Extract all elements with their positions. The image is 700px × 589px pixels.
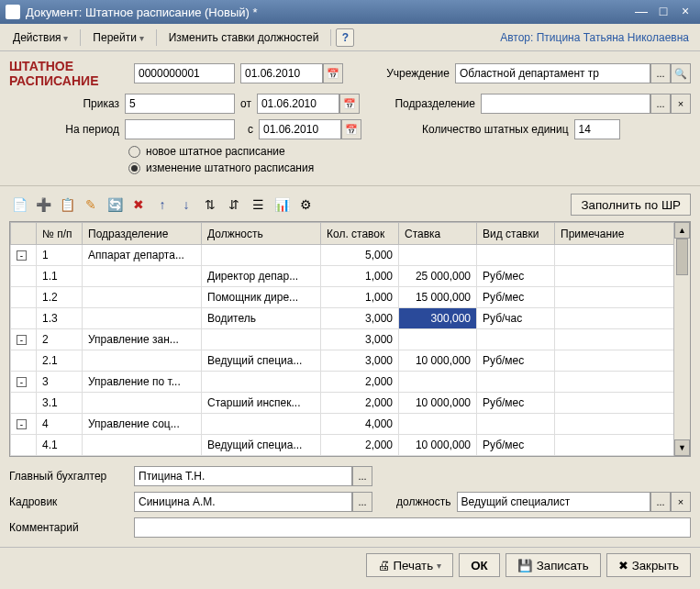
tool-copy-icon[interactable]: 📋 [57,194,77,215]
print-button[interactable]: 🖨 Печать [366,553,454,577]
period-date-calendar-button[interactable]: 📅 [341,119,361,139]
position-input[interactable] [457,492,651,512]
org-label: Учреждение [367,67,450,80]
scroll-thumb[interactable] [676,239,688,275]
tool-add-group-icon[interactable]: ➕ [33,194,53,215]
dept-select-button[interactable]: ... [650,94,671,114]
position-select-button[interactable]: ... [650,492,671,512]
tool-refresh-icon[interactable]: 🔄 [105,194,125,215]
order-number-input[interactable] [125,94,235,114]
app-icon [6,5,20,19]
col-num[interactable]: № п/п [37,223,83,245]
tool-sort-asc-icon[interactable]: ⇅ [200,194,220,215]
table-row[interactable]: -3Управление по т...2,000 [11,372,690,393]
units-label: Количество штатных единиц [422,123,569,136]
table-row[interactable]: 4.1Ведущий специа...2,00010 000,000Руб/м… [11,435,690,456]
printer-icon: 🖨 [378,559,390,572]
hr-select-button[interactable]: ... [352,492,372,512]
app-window: Документ: Штатное расписание (Новый) * —… [0,0,700,589]
table-row[interactable]: -4Управление соц...4,000 [11,414,690,435]
org-search-button[interactable]: 🔍 [671,63,691,83]
table-row[interactable]: 2.1Ведущий специа...3,00010 000,000Руб/м… [11,350,690,372]
close-window-button[interactable]: × [676,4,694,20]
chief-acc-input[interactable] [134,466,352,486]
col-position[interactable]: Должность [202,223,321,245]
menu-actions[interactable]: Действия [6,28,75,47]
col-note[interactable]: Примечание [555,223,690,245]
footer-form: Главный бухгалтер ... Кадровик ... должн… [0,462,700,547]
help-button[interactable]: ? [336,28,354,47]
col-rate[interactable]: Ставка [399,223,477,245]
radio-change[interactable]: изменение штатного расписания [128,161,691,174]
tree-toggle-icon[interactable]: - [17,250,27,261]
position-label: должность [396,495,451,508]
table-row[interactable]: 1.3Водитель3,000300,000Руб/час [11,308,690,329]
scroll-up-button[interactable]: ▲ [674,222,690,239]
table-header-row: № п/п Подразделение Должность Кол. ставо… [11,223,690,245]
org-select-button[interactable]: ... [650,63,671,83]
radio-change-icon [128,162,140,174]
doc-date-calendar-button[interactable]: 📅 [323,63,343,83]
table-row[interactable]: -2Управление зан...3,000 [11,329,690,350]
table-row[interactable]: 3.1Старший инспек...2,00010 000,000Руб/м… [11,393,690,414]
col-dept[interactable]: Подразделение [83,223,202,245]
close-button[interactable]: ✖ Закрыть [606,553,691,577]
maximize-button[interactable]: □ [654,4,672,20]
form-title-2: РАСПИСАНИЕ [9,73,128,88]
period-input[interactable] [125,119,235,139]
position-clear-button[interactable]: × [671,492,691,512]
tool-delete-icon[interactable]: ✖ [128,194,149,215]
tool-move-up-icon[interactable]: ↑ [152,194,172,215]
tool-hierarchy-icon[interactable]: ☰ [248,194,268,215]
dept-input[interactable] [481,94,650,114]
period-from-label: с [240,123,253,136]
tree-toggle-icon[interactable]: - [17,335,27,345]
table-row[interactable]: 1.1Директор депар...1,00025 000,000Руб/м… [11,266,690,287]
scroll-down-button[interactable]: ▼ [674,439,690,456]
close-icon: ✖ [618,559,628,572]
order-date-input[interactable] [257,94,339,114]
ok-button[interactable]: ОК [459,553,500,577]
diskette-icon: 💾 [517,559,533,572]
tool-sort-desc-icon[interactable]: ⇵ [224,194,244,215]
minimize-button[interactable]: — [632,4,650,20]
save-button[interactable]: 💾 Записать [506,553,601,577]
dept-clear-button[interactable]: × [671,94,691,114]
menu-goto[interactable]: Перейти [85,28,150,47]
tool-move-down-icon[interactable]: ↓ [176,194,196,215]
tool-edit-icon[interactable]: ✎ [81,194,101,215]
chief-acc-select-button[interactable]: ... [352,466,372,486]
dept-label: Подразделение [378,97,475,110]
tool-settings-icon[interactable]: ⚙ [295,194,316,215]
form-header: ШТАТНОЕ РАСПИСАНИЕ 📅 Учреждение ... 🔍 Пр… [0,51,700,182]
tool-add-icon[interactable]: 📄 [9,194,29,215]
radio-new[interactable]: новое штатное расписание [128,145,691,158]
period-date-input[interactable] [259,119,341,139]
doc-date-input[interactable] [240,63,323,83]
org-input[interactable] [455,63,650,83]
order-date-calendar-button[interactable]: 📅 [339,94,360,114]
table-row[interactable]: 1.2Помощник дире...1,00015 000,000Руб/ме… [11,287,690,308]
menu-change-rates[interactable]: Изменить ставки должностей [161,28,327,47]
tree-toggle-icon[interactable]: - [17,419,27,429]
tool-list-icon[interactable]: 📊 [272,194,292,215]
staff-table: № п/п Подразделение Должность Кол. ставо… [9,221,691,457]
units-input[interactable] [574,119,620,139]
titlebar: Документ: Штатное расписание (Новый) * —… [0,0,700,24]
table-scrollbar[interactable]: ▲ ▼ [673,222,690,456]
radio-new-icon [128,146,140,158]
col-count[interactable]: Кол. ставок [321,223,399,245]
hr-label: Кадровик [9,495,128,508]
tree-toggle-icon[interactable]: - [17,377,27,387]
doc-number-input[interactable] [134,63,235,83]
col-rate-type[interactable]: Вид ставки [477,223,555,245]
order-from-label: от [240,97,251,110]
hr-input[interactable] [134,492,352,512]
fill-by-sr-button[interactable]: Заполнить по ШР [571,194,691,216]
period-label: На период [9,123,119,136]
comment-input[interactable] [134,517,691,538]
menubar: Действия Перейти Изменить ставки должнос… [0,24,700,51]
button-bar: 🖨 Печать ОК 💾 Записать ✖ Закрыть [0,547,700,583]
table-row[interactable]: -1Аппарат департа...5,000 [11,245,690,266]
chief-acc-label: Главный бухгалтер [9,470,128,483]
